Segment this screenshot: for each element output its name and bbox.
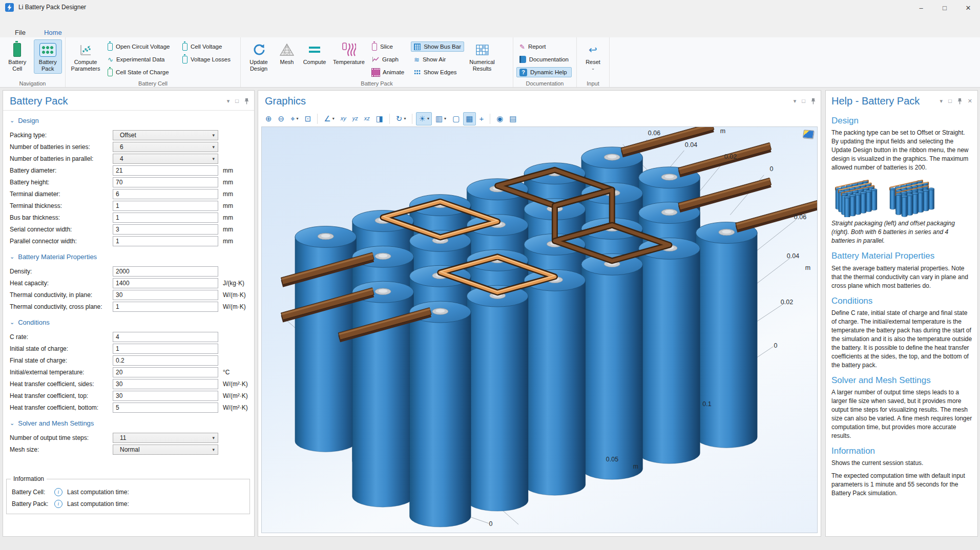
field-control[interactable]: 30 ▾ bbox=[113, 290, 218, 300]
field-control[interactable]: 3 ▾ bbox=[113, 224, 218, 235]
field-control[interactable]: 30 ▾ bbox=[113, 379, 218, 389]
field-input[interactable] bbox=[116, 303, 218, 310]
field-control[interactable]: 6 ▾ bbox=[113, 142, 218, 152]
panel-float-icon[interactable]: □ bbox=[235, 98, 239, 104]
slice-button[interactable]: Slice bbox=[369, 41, 409, 52]
field-control[interactable]: 21 ▾ bbox=[113, 165, 218, 176]
panel-pin-icon[interactable] bbox=[244, 98, 249, 104]
section-heading[interactable]: ⌄ Design bbox=[10, 117, 254, 124]
zoom-out-button[interactable]: ⊖ bbox=[276, 112, 287, 125]
tab-home[interactable]: Home bbox=[43, 28, 64, 37]
graphics-canvas[interactable]: 0.06m0.040.0200.060.04m0.0200.10.05m0 bbox=[261, 126, 818, 533]
close-button[interactable]: ✕ bbox=[956, 0, 980, 15]
maximize-button[interactable]: □ bbox=[933, 0, 956, 15]
show-air-button[interactable]: ≋ Show Air bbox=[411, 54, 464, 65]
info-icon[interactable]: i bbox=[54, 500, 62, 508]
section-heading[interactable]: ⌄ Battery Material Properties bbox=[10, 253, 254, 261]
field-input[interactable] bbox=[116, 167, 218, 174]
field-input[interactable] bbox=[116, 191, 218, 198]
snapshot-button[interactable]: ◉ bbox=[494, 112, 506, 125]
show-axes-button[interactable]: + bbox=[477, 112, 487, 125]
reset-button[interactable]: ↩ Reset ⌄ bbox=[580, 39, 606, 72]
cell-state-of-charge-button[interactable]: Cell State of Charge bbox=[105, 67, 177, 77]
field-control[interactable]: Normal ▾ bbox=[113, 445, 218, 455]
field-control[interactable]: 1 ▾ bbox=[113, 344, 218, 354]
field-input[interactable] bbox=[116, 202, 218, 209]
numerical-results-button[interactable]: Numerical Results bbox=[466, 39, 498, 74]
show-grid-button[interactable]: ▦ bbox=[463, 112, 475, 125]
field-input[interactable] bbox=[116, 280, 218, 287]
go-to-xy-view-button[interactable]: xy bbox=[338, 112, 349, 125]
transparency-button[interactable]: ▢ bbox=[450, 112, 462, 125]
field-input[interactable] bbox=[116, 392, 218, 399]
scene-light-button[interactable]: ☀ ▾ bbox=[416, 112, 431, 125]
zoom-in-button[interactable]: ⊕ bbox=[263, 112, 275, 125]
field-control[interactable]: 1 ▾ bbox=[113, 236, 218, 246]
panel-pin-icon[interactable] bbox=[957, 98, 962, 104]
field-input[interactable] bbox=[116, 357, 218, 364]
info-icon[interactable]: i bbox=[54, 488, 62, 496]
view-options-button[interactable]: ▥ ▾ bbox=[433, 112, 449, 125]
voltage-losses-button[interactable]: Voltage Losses bbox=[179, 54, 236, 65]
battery-pack-button[interactable]: Battery Pack bbox=[34, 39, 62, 74]
field-input[interactable] bbox=[116, 214, 218, 221]
field-input[interactable] bbox=[116, 333, 218, 341]
panel-pin-icon[interactable] bbox=[811, 98, 816, 104]
field-input[interactable] bbox=[116, 238, 218, 245]
show-bus-bar-button[interactable]: Show Bus Bar bbox=[411, 41, 464, 52]
show-edges-button[interactable]: Show Edges bbox=[411, 67, 464, 77]
field-control[interactable]: 1 ▾ bbox=[113, 213, 218, 223]
view-thumbnail-icon[interactable] bbox=[803, 130, 814, 138]
rotate-button[interactable]: ↻ ▾ bbox=[393, 112, 409, 125]
cell-voltage-button[interactable]: Cell Voltage bbox=[179, 41, 236, 52]
panel-float-icon[interactable]: □ bbox=[948, 98, 952, 104]
panel-menu-icon[interactable]: ▾ bbox=[227, 98, 230, 104]
panel-close-icon[interactable]: ✕ bbox=[968, 98, 972, 104]
field-control[interactable]: 2000 ▾ bbox=[113, 266, 218, 277]
panel-menu-icon[interactable]: ▾ bbox=[940, 98, 943, 104]
zoom-box-button[interactable]: ⌖ ▾ bbox=[288, 112, 301, 125]
field-input[interactable] bbox=[116, 226, 218, 233]
dynamic-help-button[interactable]: ? Dynamic Help bbox=[516, 67, 572, 77]
field-control[interactable]: Offset ▾ bbox=[113, 130, 218, 140]
field-control[interactable]: 0.2 ▾ bbox=[113, 355, 218, 366]
open-circuit-voltage-button[interactable]: Open Circuit Voltage bbox=[105, 41, 177, 52]
field-control[interactable]: 70 ▾ bbox=[113, 177, 218, 187]
graph-button[interactable]: Graph bbox=[369, 54, 409, 65]
report-button[interactable]: ✎ Report bbox=[516, 41, 572, 52]
scene-camera-button[interactable]: ◨ bbox=[373, 112, 386, 125]
documentation-button[interactable]: Documentation bbox=[516, 54, 572, 65]
tab-file[interactable]: File bbox=[13, 28, 27, 37]
experimental-data-button[interactable]: ∿ Experimental Data bbox=[105, 54, 177, 65]
field-input[interactable] bbox=[116, 345, 218, 352]
battery-cell-button[interactable]: Battery Cell bbox=[3, 39, 32, 74]
axis-orientation-button[interactable]: ∠ ▾ bbox=[321, 112, 337, 125]
compute-button[interactable]: Compute bbox=[300, 39, 329, 67]
field-input[interactable] bbox=[116, 380, 218, 388]
field-control[interactable]: 11 ▾ bbox=[113, 433, 218, 443]
section-heading[interactable]: ⌄ Conditions bbox=[10, 319, 254, 326]
field-input[interactable] bbox=[116, 291, 218, 299]
field-control[interactable]: 4 ▾ bbox=[113, 154, 218, 164]
field-control[interactable]: 6 ▾ bbox=[113, 189, 218, 199]
field-control[interactable]: 1 ▾ bbox=[113, 201, 218, 211]
field-input[interactable] bbox=[116, 268, 218, 275]
section-heading[interactable]: ⌄ Solver and Mesh Settings bbox=[10, 419, 254, 427]
field-control[interactable]: 1400 ▾ bbox=[113, 278, 218, 288]
field-control[interactable]: 4 ▾ bbox=[113, 332, 218, 342]
minimize-button[interactable]: – bbox=[909, 0, 933, 15]
panel-float-icon[interactable]: □ bbox=[802, 98, 805, 104]
field-input[interactable] bbox=[116, 369, 218, 376]
field-input[interactable] bbox=[116, 404, 218, 411]
print-button[interactable]: ▤ bbox=[507, 112, 519, 125]
field-control[interactable]: 20 ▾ bbox=[113, 367, 218, 377]
update-design-button[interactable]: Update Design bbox=[244, 39, 274, 74]
animate-button[interactable]: Animate bbox=[369, 67, 409, 77]
go-to-yz-view-button[interactable]: yz bbox=[350, 112, 361, 125]
panel-menu-icon[interactable]: ▾ bbox=[794, 98, 797, 104]
compute-parameters-button[interactable]: Compute Parameters bbox=[69, 39, 102, 74]
temperature-button[interactable]: Temperature bbox=[331, 39, 367, 67]
field-control[interactable]: 5 ▾ bbox=[113, 403, 218, 413]
field-control[interactable]: 1 ▾ bbox=[113, 302, 218, 312]
zoom-extents-button[interactable]: ⊡ bbox=[302, 112, 314, 125]
